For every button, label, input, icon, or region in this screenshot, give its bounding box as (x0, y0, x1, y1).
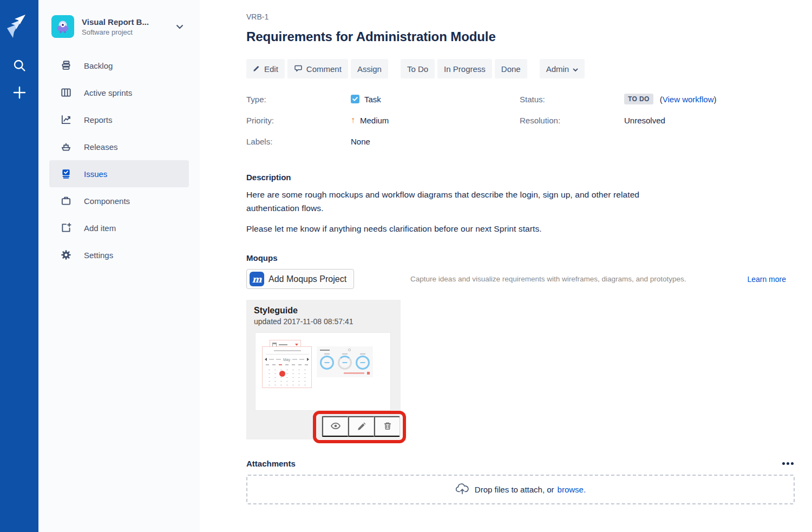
status-label: Status: (520, 95, 624, 104)
issue-main: VRB-1 Requirements for Administration Mo… (200, 0, 812, 532)
chevron-down-icon (295, 344, 298, 346)
components-icon (60, 195, 73, 207)
pencil-icon (357, 421, 366, 432)
resolution-value: Unresolved (624, 116, 665, 125)
month-bar (269, 359, 274, 360)
sidebar-item-label: Releases (84, 142, 118, 152)
calendar-nav: May (265, 357, 309, 362)
calendar-month-label: May (283, 358, 290, 362)
more-options-icon[interactable] (781, 460, 795, 467)
issues-icon (60, 168, 73, 180)
sidebar-item-label: Components (84, 196, 130, 206)
todo-button-label: To Do (407, 64, 428, 74)
done-transition-button[interactable]: Done (495, 59, 527, 78)
sidebar-item-active-sprints[interactable]: Active sprints (49, 79, 189, 106)
add-moqups-label: Add Moqups Project (269, 274, 346, 284)
search-icon[interactable] (10, 56, 29, 75)
gauges-flag (367, 372, 370, 375)
next-arrow-icon (307, 358, 309, 361)
prev-arrow-icon (265, 358, 267, 361)
description-paragraph: Please let me know if anything needs cla… (246, 222, 679, 235)
thumbnail-gauges-panel (317, 346, 373, 377)
browse-link[interactable]: browse. (558, 485, 586, 494)
field-priority: Priority: ↑ Medium (246, 114, 520, 126)
chevron-down-icon (573, 64, 578, 74)
attachment-dropzone[interactable]: Drop files to attach, or browse. (246, 475, 795, 504)
task-check-icon (351, 95, 359, 103)
jira-logo[interactable] (7, 14, 32, 38)
type-label: Type: (246, 95, 351, 104)
view-workflow-link[interactable]: View workflow (663, 95, 714, 104)
active-sprints-icon (60, 87, 73, 98)
field-labels: Labels: None (246, 135, 520, 147)
sidebar-item-label: Settings (84, 251, 113, 260)
add-item-icon (60, 222, 73, 234)
calendar-rule (266, 354, 309, 354)
gear-icon (348, 349, 351, 351)
moqups-toolbar-row: m Add Moqups Project Capture ideas and v… (246, 269, 795, 289)
gauges-row (320, 356, 370, 370)
labels-label: Labels: (246, 137, 351, 146)
edit-button[interactable]: Edit (246, 59, 285, 78)
edit-button-label: Edit (264, 64, 278, 74)
gauge-ring (320, 356, 334, 370)
edit-icon (253, 64, 260, 74)
delete-mockup-button[interactable] (374, 416, 400, 437)
field-resolution: Resolution: Unresolved (520, 114, 795, 126)
project-name: Visual Report B... (82, 17, 149, 27)
chevron-down-icon[interactable] (176, 24, 184, 29)
breadcrumb-issue-key[interactable]: VRB-1 (246, 0, 795, 21)
calendar-selected-day (279, 371, 285, 377)
add-moqups-project-button[interactable]: m Add Moqups Project (246, 269, 354, 289)
moqups-thumbnail[interactable]: May (255, 332, 391, 411)
project-subtitle: Software project (82, 28, 149, 36)
assign-button[interactable]: Assign (351, 59, 388, 78)
todo-transition-button[interactable]: To Do (401, 59, 435, 78)
learn-more-link[interactable]: Learn more (747, 275, 786, 284)
preview-button[interactable] (322, 416, 348, 437)
project-avatar (51, 15, 74, 38)
month-bar (276, 359, 281, 360)
admin-menu-button[interactable]: Admin (540, 59, 585, 78)
plus-icon[interactable] (10, 83, 29, 102)
issue-fields: Type: Task Priority: ↑ Medium (246, 93, 795, 156)
priority-value: Medium (360, 116, 389, 125)
issue-toolbar: Edit Comment Assign To Do In Progress (246, 59, 795, 78)
admin-button-label: Admin (546, 64, 569, 74)
description-paragraph: Here are some rough mockups and workflow… (246, 188, 679, 215)
calendar-weekday-row (266, 364, 308, 365)
gauges-link-bar (344, 372, 364, 374)
moqups-card-toolbar (322, 416, 400, 437)
sidebar-item-settings[interactable]: Settings (49, 241, 189, 268)
moqups-card-title: Styleguide (254, 306, 393, 316)
comment-button[interactable]: Comment (287, 59, 348, 78)
month-bar (299, 359, 304, 360)
thumbnail-calendar: May (262, 346, 312, 388)
in-progress-button-label: In Progress (444, 64, 486, 74)
labels-value: None (351, 137, 370, 146)
field-status: Status: TO DO (View workflow) (520, 93, 795, 105)
edit-mockup-button[interactable] (348, 416, 374, 437)
sidebar-item-components[interactable]: Components (49, 187, 189, 214)
project-switcher[interactable]: Visual Report B... Software project (38, 0, 200, 38)
releases-icon (60, 141, 73, 153)
priority-label: Priority: (246, 116, 351, 125)
moqups-project-card: Styleguide updated 2017-11-08 08:57:41 M… (246, 300, 401, 439)
sidebar-item-label: Backlog (84, 61, 113, 70)
status-badge: TO DO (624, 94, 653, 104)
month-bar (292, 359, 297, 360)
sidebar-item-backlog[interactable]: Backlog (49, 52, 189, 79)
sidebar-item-add-item[interactable]: Add item (49, 214, 189, 241)
sidebar-item-issues[interactable]: Issues (49, 160, 189, 187)
sidebar-item-label: Add item (84, 224, 116, 233)
moqups-logo-icon: m (250, 272, 264, 286)
in-progress-transition-button[interactable]: In Progress (437, 59, 492, 78)
sidebar-item-releases[interactable]: Releases (49, 133, 189, 160)
field-type: Type: Task (246, 93, 520, 105)
eye-icon (330, 421, 341, 433)
gauge-ring (356, 356, 370, 370)
moqups-caption: Capture ideas and visualize requirements… (410, 275, 686, 283)
comment-button-label: Comment (306, 64, 342, 74)
sidebar-item-reports[interactable]: Reports (49, 106, 189, 133)
priority-medium-icon: ↑ (351, 116, 355, 124)
